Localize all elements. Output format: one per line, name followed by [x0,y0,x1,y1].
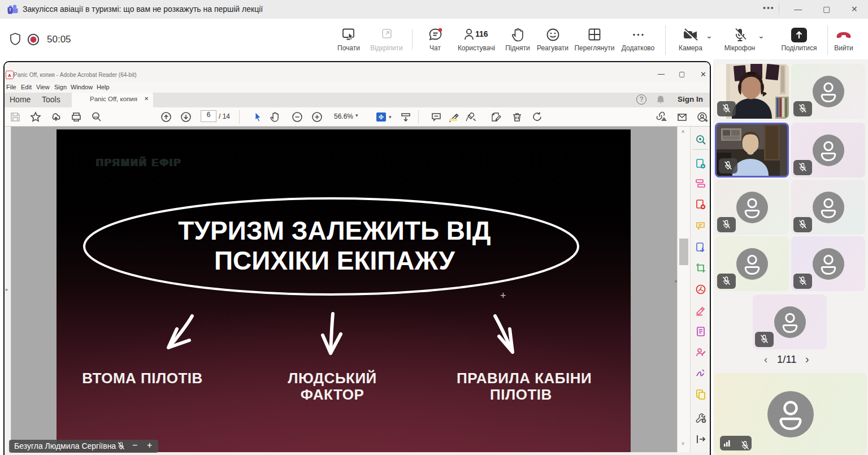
svg-text:A: A [8,73,11,78]
svg-text:T: T [9,8,11,12]
svg-text:116: 116 [475,29,488,38]
